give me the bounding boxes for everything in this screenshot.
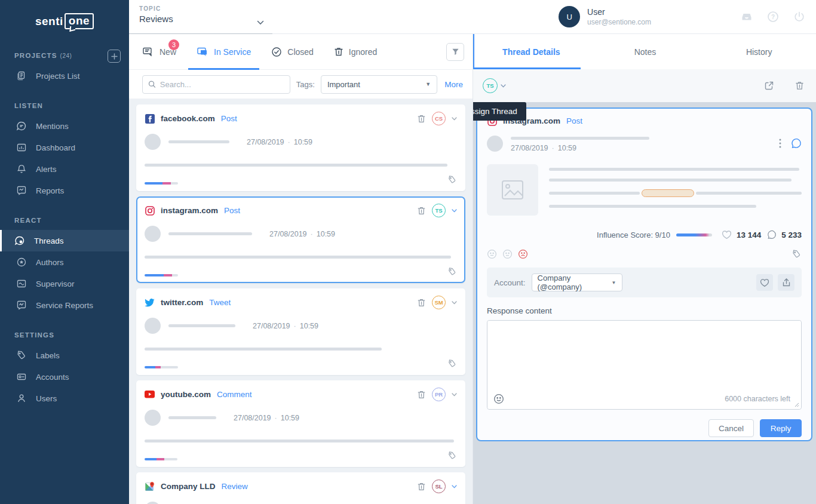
author-avatar-placeholder [145,502,161,504]
tag-icon[interactable] [447,175,457,185]
author-name-placeholder [168,140,229,143]
sidebar-item-users[interactable]: Users [0,388,129,409]
sentiment-negative-icon[interactable] [518,249,528,259]
search-input[interactable] [160,80,284,89]
thread-type-link[interactable]: Review [222,482,248,491]
tab-thread-details[interactable]: Thread Details [474,34,588,69]
trash-icon[interactable] [417,298,426,308]
user-menu[interactable]: U User user@sentione.com [559,6,651,27]
sidebar-section-listen: LISTEN [0,95,129,115]
add-project-button[interactable] [108,50,121,63]
tag-icon[interactable] [447,451,457,460]
more-options-icon[interactable] [779,139,781,148]
metrics-row: Influence Score: 9/10 13 144 [487,230,802,239]
assignee-avatar[interactable]: CS [432,112,446,125]
assign-thread-tooltip: Assign Thread [473,102,526,121]
inbox-icon[interactable] [741,11,753,23]
tab-notes[interactable]: Notes [588,34,703,69]
sentiment-neutral-icon[interactable] [502,249,513,259]
thread-type-link[interactable]: Post [221,114,237,123]
tab-closed[interactable]: Closed [271,34,314,70]
assign-thread-avatar[interactable]: TS [483,78,498,93]
thread-type-link[interactable]: Comment [217,390,252,399]
share-action-button[interactable] [778,274,794,291]
logo-text-senti: senti [35,15,63,28]
like-action-button[interactable] [756,274,773,291]
help-icon[interactable]: ? [767,11,779,23]
tab-history[interactable]: History [702,34,816,69]
chevron-down-icon[interactable] [452,209,457,213]
thread-card-twitter[interactable]: twitter.com Tweet SM [136,288,465,375]
chevron-down-icon[interactable] [501,84,506,88]
detail-tabs: Thread Details Notes History [473,34,816,69]
tag-icon[interactable] [792,249,802,259]
sidebar-item-dashboard[interactable]: Dashboard [0,137,129,158]
service-reports-icon [16,300,27,311]
sidebar-item-supervisor[interactable]: Supervisor [0,273,129,294]
logout-icon[interactable] [793,11,805,23]
assignee-avatar[interactable]: SL [432,480,446,493]
sidebar-item-reports[interactable]: Reports [0,180,129,201]
user-avatar[interactable]: U [559,6,580,27]
chevron-down-icon [257,17,264,27]
trash-icon[interactable] [417,206,426,216]
chevron-down-icon[interactable] [452,485,457,488]
authors-icon [16,257,27,268]
thread-type-link[interactable]: Post [566,116,582,125]
tags-select[interactable]: Important ▼ [321,75,437,94]
thread-type-link[interactable]: Post [224,206,240,215]
in-service-icon [197,47,208,57]
sidebar-section-projects: PROJECTS (24) [0,45,129,65]
chevron-down-icon[interactable] [452,393,457,397]
sidebar-item-mentions[interactable]: Mentions [0,115,129,137]
sentiment-positive-icon[interactable] [487,249,497,259]
sidebar-item-label: Accounts [36,373,69,382]
sidebar-item-projects-list[interactable]: Projects List [0,65,129,87]
sidebar-item-accounts[interactable]: Accounts [0,366,129,388]
content-placeholder [145,348,382,351]
sentiment-bar [145,366,178,368]
tag-icon[interactable] [447,267,457,276]
emoji-picker-icon[interactable] [493,394,504,404]
assignee-avatar[interactable]: PR [432,388,446,401]
topic-value: Reviews [139,14,272,24]
sidebar-item-alerts[interactable]: Alerts [0,158,129,180]
trash-icon[interactable] [795,81,804,91]
sidebar-item-authors[interactable]: Authors [0,251,129,273]
thread-card-youtube[interactable]: youtube.com Comment PR [136,380,465,467]
sidebar-item-service-reports[interactable]: Service Reports [0,294,129,316]
chevron-down-icon[interactable] [452,117,457,121]
account-row: Account: Company (@company) ▼ [487,268,802,297]
trash-icon[interactable] [417,482,426,491]
comment-bubble-icon[interactable] [791,138,802,149]
content-placeholder-highlighted [549,189,802,197]
reply-button[interactable]: Reply [760,419,802,437]
more-filters-link[interactable]: More [444,80,463,89]
filter-button[interactable] [446,43,464,61]
sidebar-item-label: Alerts [36,165,57,174]
open-external-icon[interactable] [764,81,774,91]
thread-card-facebook[interactable]: facebook.com Post CS [136,105,465,191]
assignee-avatar[interactable]: TS [432,204,446,217]
resize-handle[interactable] [794,402,799,407]
search-box[interactable] [142,75,290,94]
tag-icon[interactable] [447,359,457,368]
sidebar-item-threads[interactable]: Threads [0,230,129,251]
tab-label: Closed [287,47,314,57]
tab-label: Ignored [349,47,377,57]
comments-count: 5 233 [781,231,802,239]
chevron-down-icon[interactable] [452,301,457,305]
cancel-button[interactable]: Cancel [708,419,754,437]
tab-ignored[interactable]: Ignored [334,34,377,70]
account-select[interactable]: Company (@company) ▼ [532,273,622,291]
tab-in-service[interactable]: In Service [197,34,251,70]
thread-card-maps[interactable]: Company LLD Review SL [136,472,465,504]
assignee-avatar[interactable]: SM [432,296,446,309]
thread-card-instagram[interactable]: instagram.com Post TS [136,196,465,283]
sidebar-item-labels[interactable]: Labels [0,345,129,366]
thread-type-link[interactable]: Tweet [209,298,231,307]
trash-icon[interactable] [417,114,426,124]
tab-new[interactable]: New 3 [142,34,176,70]
topic-dropdown[interactable]: TOPIC Reviews [129,0,272,34]
trash-icon[interactable] [417,390,426,399]
